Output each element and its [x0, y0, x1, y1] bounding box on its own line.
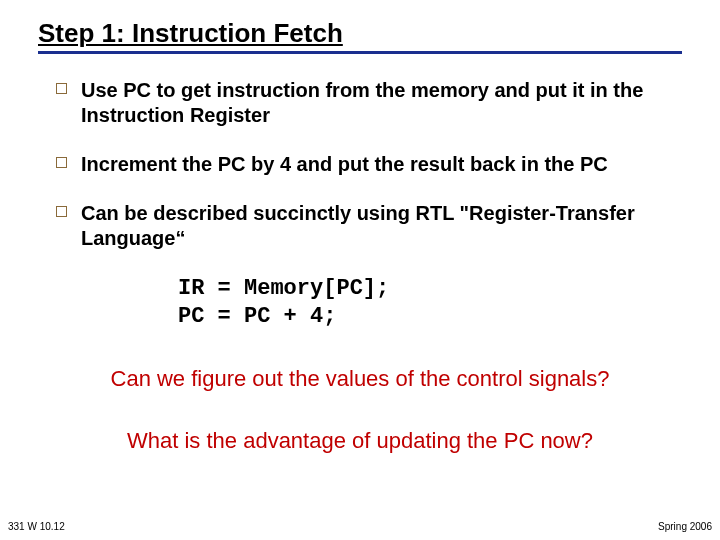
list-item: Can be described succinctly using RTL "R… — [56, 201, 674, 251]
bullet-text: Use PC to get instruction from the memor… — [81, 78, 674, 128]
bullet-text: Can be described succinctly using RTL "R… — [81, 201, 674, 251]
bullet-text: Increment the PC by 4 and put the result… — [81, 152, 608, 177]
bullet-list: Use PC to get instruction from the memor… — [38, 78, 682, 251]
square-bullet-icon — [56, 206, 67, 217]
slide-title: Step 1: Instruction Fetch — [38, 18, 682, 54]
slide: Step 1: Instruction Fetch Use PC to get … — [0, 0, 720, 540]
list-item: Increment the PC by 4 and put the result… — [56, 152, 674, 177]
list-item: Use PC to get instruction from the memor… — [56, 78, 674, 128]
square-bullet-icon — [56, 83, 67, 94]
question-text: Can we figure out the values of the cont… — [38, 366, 682, 392]
code-block: IR = Memory[PC]; PC = PC + 4; — [178, 275, 682, 330]
square-bullet-icon — [56, 157, 67, 168]
question-text: What is the advantage of updating the PC… — [38, 428, 682, 454]
footer-right: Spring 2006 — [658, 521, 712, 532]
footer-left: 331 W 10.12 — [8, 521, 65, 532]
